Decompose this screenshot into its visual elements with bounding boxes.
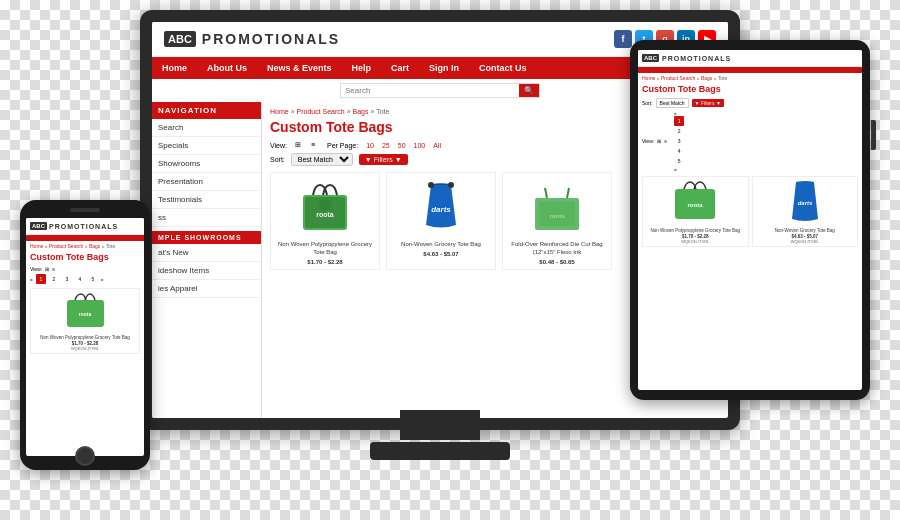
mobile-page-1[interactable]: 1 — [36, 274, 46, 284]
tablet-breadcrumb-ps[interactable]: Product Search — [661, 75, 695, 81]
tablet-breadcrumb: Home » Product Search » Bags » Tote — [638, 73, 862, 83]
tablet-page-5[interactable]: 5 — [674, 156, 684, 166]
nav-help[interactable]: Help — [342, 57, 382, 79]
sort-label: Sort: — [270, 156, 285, 163]
sidebar-search[interactable]: Search — [152, 119, 261, 137]
svg-rect-9 — [539, 202, 575, 226]
mobile-page-5[interactable]: 5 — [88, 274, 98, 284]
hamburger-line-1 — [844, 53, 858, 55]
nav-contact[interactable]: Contact Us — [469, 57, 537, 79]
product-img-1: roota — [275, 177, 375, 237]
tablet-page-3[interactable]: 3 — [674, 136, 684, 146]
mobile-menu-button[interactable] — [126, 221, 140, 231]
monitor-stand — [400, 410, 480, 440]
sort-select[interactable]: Best Match — [291, 153, 353, 166]
breadcrumb-text[interactable]: Home — [270, 108, 289, 115]
svg-point-3 — [319, 199, 331, 211]
mobile-breadcrumb-ps[interactable]: Product Search — [49, 243, 83, 249]
sidebar-ss[interactable]: ss — [152, 209, 261, 227]
mobile-ham-1 — [126, 221, 140, 223]
mobile-prev[interactable]: « — [30, 276, 33, 282]
sidebar-presentation[interactable]: Presentation — [152, 173, 261, 191]
mobile-page-title: Custom Tote Bags — [26, 251, 144, 265]
product-img-2: darts — [391, 177, 491, 237]
mobile-product-1[interactable]: roota Non Woven Polypropylene Grocery To… — [30, 288, 140, 354]
sidebar-whats-new[interactable]: at's New — [152, 244, 261, 262]
mobile-page-2[interactable]: 2 — [49, 274, 59, 284]
sidebar-testimonials[interactable]: Testimonials — [152, 191, 261, 209]
tablet-filter-button[interactable]: ▼ Filters ▼ — [692, 99, 724, 107]
tablet-product-1[interactable]: roota Non Woven Polypropylene Grocery To… — [642, 176, 749, 247]
breadcrumb-bags[interactable]: Bags — [353, 108, 369, 115]
grid-view-icon[interactable]: ⊞ — [295, 141, 303, 149]
mobile-outer: ABC PROMOTIONALS Home » Product Search »… — [20, 200, 150, 470]
mobile-speaker — [70, 208, 100, 212]
svg-point-5 — [448, 182, 454, 188]
sidebar-slideshow[interactable]: ideshow Items — [152, 262, 261, 280]
product-name-3: Fold-Over Reinforced Die Cut Bag (12"x15… — [507, 241, 607, 257]
nav-home[interactable]: Home — [152, 57, 197, 79]
tablet-sort-row: Sort: Best Match ▼ Filters ▼ — [638, 97, 862, 109]
tablet-button[interactable] — [871, 120, 876, 150]
tablet-grid-icon[interactable]: ⊞ — [657, 138, 661, 144]
nav-about[interactable]: About Us — [197, 57, 257, 79]
tablet-menu-button[interactable] — [844, 53, 858, 63]
nav-news[interactable]: News & Events — [257, 57, 342, 79]
per-page-all[interactable]: All — [433, 142, 441, 149]
search-button[interactable]: 🔍 — [519, 84, 539, 97]
hamburger-line-2 — [844, 57, 858, 59]
per-page-10[interactable]: 10 — [366, 142, 374, 149]
mobile-logo-text: PROMOTIONALS — [49, 223, 118, 230]
tablet-view-label: View: — [642, 138, 654, 144]
list-view-icon[interactable]: ≡ — [311, 141, 319, 149]
breadcrumb-product-search[interactable]: Product Search — [296, 108, 344, 115]
tablet-logo: ABC PROMOTIONALS — [642, 54, 731, 62]
product-name-1: Non Woven Polypropylene Grocery Tote Bag — [275, 241, 375, 257]
mobile-logo: ABC PROMOTIONALS — [30, 222, 118, 230]
mobile-breadcrumb: Home » Product Search » Bags » Tote — [26, 241, 144, 251]
per-page-100[interactable]: 100 — [414, 142, 426, 149]
tablet-page-4[interactable]: 4 — [674, 146, 684, 156]
mobile-home-button[interactable] — [75, 446, 95, 466]
tablet-product-2[interactable]: darts Non-Woven Grocery Tote Bag $4.63 -… — [752, 176, 859, 247]
tablet-breadcrumb-bags[interactable]: Bags — [701, 75, 712, 81]
nav-cart[interactable]: Cart — [381, 57, 419, 79]
per-page-25[interactable]: 25 — [382, 142, 390, 149]
tablet-page-2[interactable]: 2 — [674, 126, 684, 136]
sidebar-apparel[interactable]: ies Apparel — [152, 280, 261, 298]
mobile: ABC PROMOTIONALS Home » Product Search »… — [20, 200, 150, 470]
sidebar: NAVIGATION Search Specials Showrooms Pre… — [152, 102, 262, 418]
product-card-1[interactable]: roota Non Woven Polypropylene Grocery To… — [270, 172, 380, 270]
mobile-next[interactable]: » — [101, 276, 104, 282]
product-card-3[interactable]: roota Fold-Over Reinforced Die Cut Bag (… — [502, 172, 612, 270]
mobile-breadcrumb-home[interactable]: Home — [30, 243, 43, 249]
mobile-page-3[interactable]: 3 — [62, 274, 72, 284]
mobile-grid-icon[interactable]: ⊞ — [45, 266, 49, 272]
tablet-logo-text: PROMOTIONALS — [662, 55, 731, 62]
mobile-breadcrumb-bags[interactable]: Bags — [89, 243, 100, 249]
filter-button[interactable]: ▼ Filters ▼ — [359, 154, 408, 165]
mobile-view-row: View: ⊞ ≡ — [26, 265, 144, 273]
sidebar-showrooms[interactable]: Showrooms — [152, 155, 261, 173]
svg-text:roota: roota — [688, 202, 704, 208]
mobile-list-icon[interactable]: ≡ — [52, 266, 55, 272]
tablet-list-icon[interactable]: ≡ — [664, 138, 667, 144]
tablet-outer: ABC PROMOTIONALS Home » Product Search »… — [630, 40, 870, 400]
tablet-next[interactable]: » — [674, 166, 677, 172]
tablet-breadcrumb-text[interactable]: Home — [642, 75, 655, 81]
hamburger-line-3 — [844, 61, 858, 63]
mobile-product-name-1: Non Woven Polypropylene Grocery Tote Bag — [33, 335, 137, 341]
nav-signin[interactable]: Sign In — [419, 57, 469, 79]
mobile-page-4[interactable]: 4 — [75, 274, 85, 284]
product-card-2[interactable]: darts Non-Woven Grocery Tote Bag $4.63 -… — [386, 172, 496, 270]
sidebar-section-title: MPLE SHOWROOMS — [152, 231, 261, 244]
tablet-product-code-1: WQKOH-ITXRL — [645, 239, 746, 244]
per-page-50[interactable]: 50 — [398, 142, 406, 149]
svg-text:darts: darts — [431, 205, 451, 214]
tablet-sort-value[interactable]: Best Match — [656, 98, 689, 108]
sidebar-specials[interactable]: Specials — [152, 137, 261, 155]
tablet: ABC PROMOTIONALS Home » Product Search »… — [630, 40, 870, 400]
tablet-prev[interactable]: « — [674, 110, 677, 116]
tablet-page-1[interactable]: 1 — [674, 116, 684, 126]
search-input[interactable] — [341, 84, 519, 97]
